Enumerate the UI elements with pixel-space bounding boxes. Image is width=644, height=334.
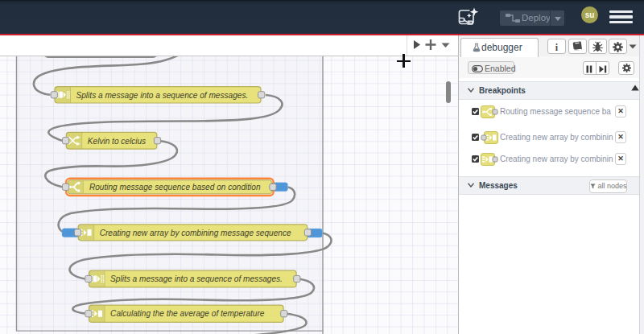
svg-text:Splits a message into a sequen: Splits a message into a sequence of mess… [76,90,249,99]
svg-text:Routing message sequence based: Routing message sequence based on condit… [89,183,261,192]
svg-text:Creating new array by combinin: Creating new array by combining message … [100,228,291,237]
svg-text:Splits a message into a sequen: Splits a message into a sequence of mess… [110,274,283,283]
svg-text:Kelvin to celcius: Kelvin to celcius [88,136,146,145]
svg-text:Calculating the the average of: Calculating the the average of temperatu… [110,309,265,318]
